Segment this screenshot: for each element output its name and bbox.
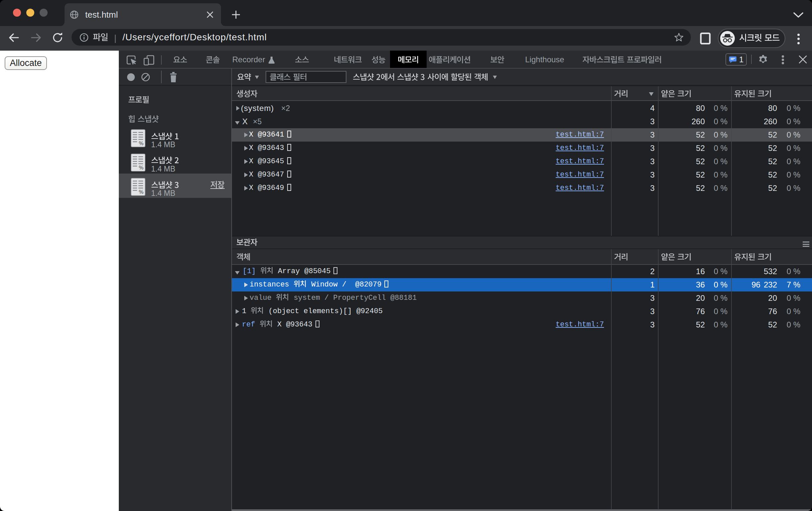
svg-text:%: % bbox=[139, 165, 143, 170]
svg-text:%: % bbox=[139, 140, 143, 146]
svg-text:%: % bbox=[139, 189, 143, 195]
